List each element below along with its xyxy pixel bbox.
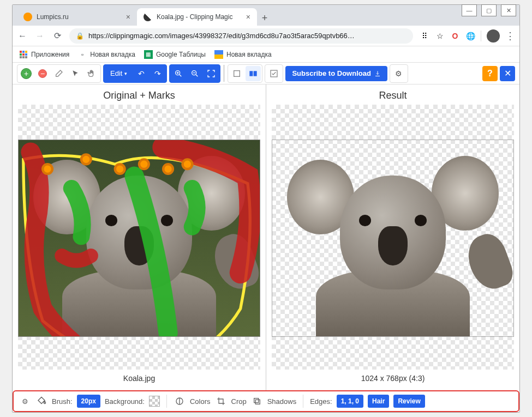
globe-icon[interactable]: 🌐 — [465, 31, 475, 41]
split-view-button[interactable] — [246, 66, 261, 81]
image-icon — [214, 50, 223, 59]
tab-close-icon[interactable]: × — [126, 13, 130, 21]
result-canvas[interactable] — [272, 105, 514, 370]
page-icon: ▫ — [78, 50, 87, 59]
tab-label: Lumpics.ru — [37, 13, 69, 21]
eraser-tool-button[interactable] — [51, 66, 67, 81]
panel-title: Original + Marks — [13, 84, 266, 105]
back-button[interactable]: ← — [17, 31, 28, 41]
bucket-icon[interactable] — [35, 395, 47, 407]
tab-label: Koala.jpg - Clipping Magic — [157, 13, 232, 21]
reload-button[interactable]: ⟳ — [52, 31, 63, 41]
pan-tool-button[interactable] — [84, 66, 99, 81]
svg-point-10 — [163, 164, 173, 174]
opera-icon[interactable]: O — [450, 31, 460, 41]
zoom-in-button[interactable] — [171, 66, 186, 81]
bookmarks-bar: Приложения ▫ Новая вкладка ▦ Google Табл… — [13, 46, 519, 63]
editor-main: Original + Marks — [13, 84, 519, 390]
lock-icon: 🔒 — [76, 32, 84, 40]
new-tab-button[interactable]: + — [257, 10, 272, 26]
bottom-toolbar-wrap: ⚙ Brush: 20px Background: Colors Crop Sh… — [13, 390, 519, 412]
bookmark-label: Приложения — [31, 51, 69, 58]
bookmark-item[interactable]: ▫ Новая вкладка — [78, 50, 135, 59]
address-bar: ← → ⟳ 🔒 https://clippingmagic.com/images… — [13, 26, 519, 46]
user-marks — [19, 140, 260, 337]
divider — [166, 395, 167, 408]
zoom-group — [169, 64, 220, 83]
bookmark-label: Новая вкладка — [226, 51, 272, 58]
bookmark-label: Google Таблицы — [156, 51, 206, 58]
help-button[interactable]: ? — [482, 66, 498, 81]
remove-tool-button[interactable]: − — [38, 69, 47, 78]
window-close-button[interactable]: ✕ — [501, 4, 516, 16]
tab-favicon-icon — [144, 13, 152, 21]
subscribe-button[interactable]: Subscribe to Download — [285, 66, 387, 81]
svg-point-11 — [183, 159, 193, 169]
review-button[interactable]: Review — [393, 395, 425, 408]
brush-size-button[interactable]: 20px — [77, 395, 100, 408]
crop-button[interactable]: Crop — [231, 397, 247, 406]
shadows-icon — [251, 395, 263, 407]
settings-group: ⚙ — [390, 64, 408, 83]
background-swatch[interactable] — [149, 396, 160, 407]
bookmark-item[interactable]: ▦ Google Таблицы — [144, 50, 206, 59]
close-editor-button[interactable]: ✕ — [500, 66, 515, 81]
minimize-button[interactable]: — — [462, 4, 477, 16]
keep-tool-button[interactable]: + — [21, 68, 32, 79]
panel-title: Result — [266, 84, 519, 105]
svg-point-7 — [81, 155, 91, 165]
browser-window: — ▢ ✕ Lumpics.ru × Koala.jpg - Clipping … — [12, 4, 520, 413]
koala-illustration — [272, 140, 513, 336]
editor-toolbar: + − Edit ▾ ↶ ↷ Subscribe to Download — [13, 63, 519, 84]
pointer-tool-button[interactable] — [68, 66, 83, 81]
edges-value-button[interactable]: 1, 1, 0 — [337, 395, 363, 408]
shadows-button[interactable]: Shadows — [267, 397, 296, 406]
zoom-out-button[interactable] — [187, 66, 202, 81]
redo-button[interactable]: ↷ — [150, 66, 165, 81]
tab-clippingmagic[interactable]: Koala.jpg - Clipping Magic × — [137, 8, 257, 26]
gear-icon[interactable]: ⚙ — [19, 395, 31, 407]
bookmark-item[interactable]: Новая вкладка — [214, 50, 272, 59]
apps-grid-icon — [19, 50, 28, 59]
svg-rect-4 — [254, 71, 257, 76]
colors-button[interactable]: Colors — [190, 397, 211, 406]
forward-button[interactable]: → — [34, 31, 45, 41]
hair-button[interactable]: Hair — [368, 395, 389, 408]
undo-button[interactable]: ↶ — [134, 66, 149, 81]
original-panel: Original + Marks — [13, 84, 266, 390]
colors-icon — [174, 395, 186, 407]
single-view-button[interactable] — [229, 66, 244, 81]
kebab-menu-icon[interactable]: ⋮ — [505, 30, 515, 42]
avatar[interactable] — [487, 29, 500, 43]
extension-icons: ⠿ ☆ O 🌐 ⋮ — [420, 29, 515, 43]
bookmark-label: Новая вкладка — [90, 51, 135, 58]
fit-button[interactable] — [204, 66, 219, 81]
translate-icon[interactable]: ⠿ — [420, 31, 429, 41]
panel-caption: 1024 x 768px (4:3) — [266, 370, 519, 390]
check-preview-button[interactable] — [266, 66, 282, 81]
url-text: https://clippingmagic.com/images/4399832… — [88, 32, 355, 40]
sheets-icon: ▦ — [144, 50, 153, 59]
tab-strip: Lumpics.ru × Koala.jpg - Clipping Magic … — [13, 5, 519, 26]
preview-group — [265, 64, 283, 83]
background-label: Background: — [105, 397, 145, 406]
result-panel: Result 1024 x 768px (4:3) — [266, 84, 519, 390]
apps-bookmark[interactable]: Приложения — [19, 50, 69, 59]
tab-favicon-icon — [23, 13, 32, 21]
svg-rect-2 — [234, 70, 240, 76]
svg-rect-13 — [254, 398, 258, 403]
edit-dropdown[interactable]: Edit ▾ — [105, 66, 133, 81]
edges-label: Edges: — [310, 397, 332, 406]
brush-label: Brush: — [52, 397, 73, 406]
settings-icon[interactable]: ⚙ — [391, 66, 407, 81]
svg-point-9 — [139, 159, 149, 169]
original-image — [18, 140, 260, 337]
url-input[interactable]: 🔒 https://clippingmagic.com/images/43998… — [69, 28, 413, 44]
svg-point-8 — [115, 164, 125, 174]
tab-close-icon[interactable]: × — [246, 13, 250, 21]
tab-lumpics[interactable]: Lumpics.ru × — [17, 8, 137, 26]
maximize-button[interactable]: ▢ — [481, 4, 497, 16]
original-canvas[interactable] — [18, 105, 260, 370]
bottom-toolbar: ⚙ Brush: 20px Background: Colors Crop Sh… — [14, 391, 518, 411]
star-icon[interactable]: ☆ — [435, 31, 445, 41]
